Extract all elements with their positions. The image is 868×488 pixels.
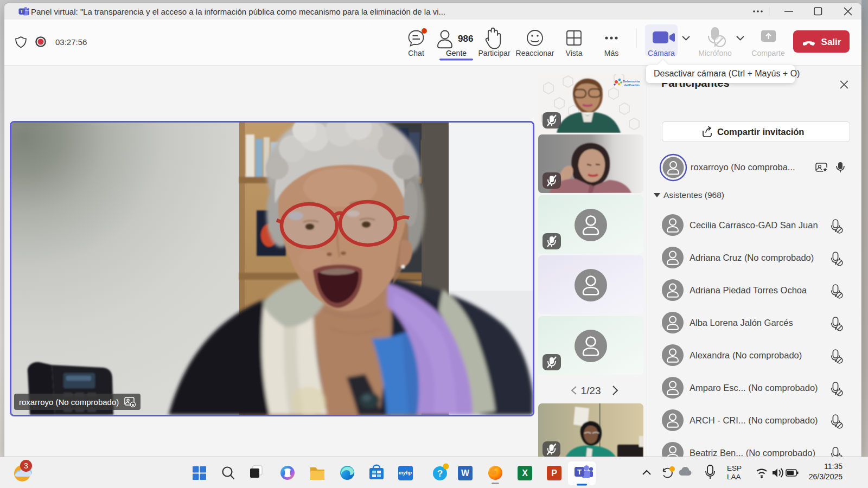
- svg-text:myhp: myhp: [399, 470, 412, 476]
- svg-text:Adriana Cruz (No comprobado): Adriana Cruz (No comprobado): [690, 253, 814, 262]
- svg-text:Beatriz Ben... (No comprobado: Beatriz Ben... (No comprobado): [690, 448, 815, 457]
- svg-text:LAA: LAA: [727, 473, 741, 481]
- svg-text:26/3/2025: 26/3/2025: [809, 472, 843, 481]
- svg-text:Defensoria: Defensoria: [623, 80, 640, 83]
- svg-text:3: 3: [24, 461, 28, 470]
- svg-text:986: 986: [458, 34, 473, 44]
- svg-text:T: T: [20, 9, 23, 14]
- svg-text:Alexandra (No comprobado): Alexandra (No comprobado): [690, 350, 802, 360]
- svg-text:Amparo Esc... (No comprobado): Amparo Esc... (No comprobado): [690, 383, 818, 393]
- svg-text:11:35: 11:35: [824, 462, 843, 471]
- svg-text:T: T: [577, 468, 582, 476]
- svg-text:P: P: [551, 468, 557, 478]
- svg-text:ARCH - CRI... (No comprobado): ARCH - CRI... (No comprobado): [690, 415, 818, 425]
- svg-text:Adriana Piedad Torres Ochoa: Adriana Piedad Torres Ochoa: [690, 285, 807, 295]
- svg-text:X: X: [522, 468, 528, 478]
- svg-text:Alba Lorena Jalón Garcés: Alba Lorena Jalón Garcés: [690, 318, 793, 328]
- svg-text:Cecilia Carrasco-GAD San Juan: Cecilia Carrasco-GAD San Juan: [690, 220, 818, 230]
- svg-text:?: ?: [437, 468, 443, 479]
- svg-text:delPueblo: delPueblo: [624, 84, 640, 87]
- svg-text:W: W: [461, 468, 470, 478]
- svg-text:roxarroyo (No comprobado): roxarroyo (No comprobado): [19, 397, 119, 407]
- svg-text:1/23: 1/23: [581, 385, 601, 396]
- svg-text:ESP: ESP: [727, 464, 742, 472]
